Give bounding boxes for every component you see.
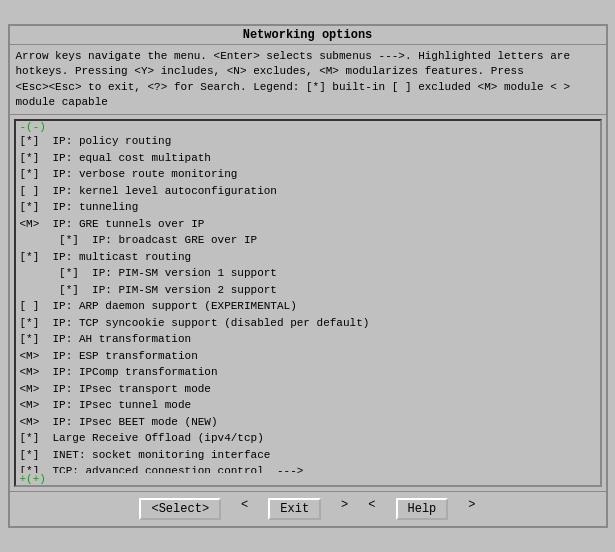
menu-item-19[interactable]: [*] Large Receive Offload (ipv4/tcp) [16,430,600,447]
menu-item-1[interactable]: [*] IP: policy routing [16,133,600,150]
menu-item-3[interactable]: [*] IP: verbose route monitoring [16,166,600,183]
button-separator-3: < [368,498,375,520]
menu-item-5[interactable]: [*] IP: tunneling [16,199,600,216]
button-bar: <Select> < Exit > < Help > [10,491,606,526]
help-line-1: Arrow keys navigate the menu. <Enter> se… [16,49,600,80]
menu-item-6[interactable]: <M> IP: GRE tunnels over IP [16,216,600,233]
menu-item-4[interactable]: [ ] IP: kernel level autoconfiguration [16,183,600,200]
help-line-2: <Esc><Esc> to exit, <?> for Search. Lege… [16,80,600,111]
button-separator-2: > [341,498,348,520]
menu-scroll[interactable]: [*] IP: policy routing [*] IP: equal cos… [16,133,600,473]
button-separator-1: < [241,498,248,520]
help-button[interactable]: Help [396,498,449,520]
menu-item-13[interactable]: [*] IP: AH transformation [16,331,600,348]
scroll-top-indicator: -(-) [16,121,600,133]
menu-item-20[interactable]: [*] INET: socket monitoring interface [16,447,600,464]
dialog-title: Networking options [10,26,606,45]
menu-item-21[interactable]: [*] TCP: advanced congestion control ---… [16,463,600,473]
networking-options-dialog: Networking options Arrow keys navigate t… [8,24,608,529]
help-text: Arrow keys navigate the menu. <Enter> se… [10,45,606,116]
menu-item-15[interactable]: <M> IP: IPComp transformation [16,364,600,381]
menu-item-16[interactable]: <M> IP: IPsec transport mode [16,381,600,398]
menu-item-11[interactable]: [ ] IP: ARP daemon support (EXPERIMENTAL… [16,298,600,315]
menu-item-12[interactable]: [*] IP: TCP syncookie support (disabled … [16,315,600,332]
button-separator-4: > [468,498,475,520]
menu-item-8[interactable]: [*] IP: multicast routing [16,249,600,266]
scroll-bottom-indicator: +(+) [16,473,600,485]
menu-item-14[interactable]: <M> IP: ESP transformation [16,348,600,365]
select-button[interactable]: <Select> [139,498,221,520]
menu-item-2[interactable]: [*] IP: equal cost multipath [16,150,600,167]
exit-button[interactable]: Exit [268,498,321,520]
menu-item-9[interactable]: [*] IP: PIM-SM version 1 support [16,265,600,282]
menu-item-7[interactable]: [*] IP: broadcast GRE over IP [16,232,600,249]
menu-item-10[interactable]: [*] IP: PIM-SM version 2 support [16,282,600,299]
menu-item-17[interactable]: <M> IP: IPsec tunnel mode [16,397,600,414]
menu-item-18[interactable]: <M> IP: IPsec BEET mode (NEW) [16,414,600,431]
menu-area: -(-) [*] IP: policy routing [*] IP: equa… [14,119,602,487]
